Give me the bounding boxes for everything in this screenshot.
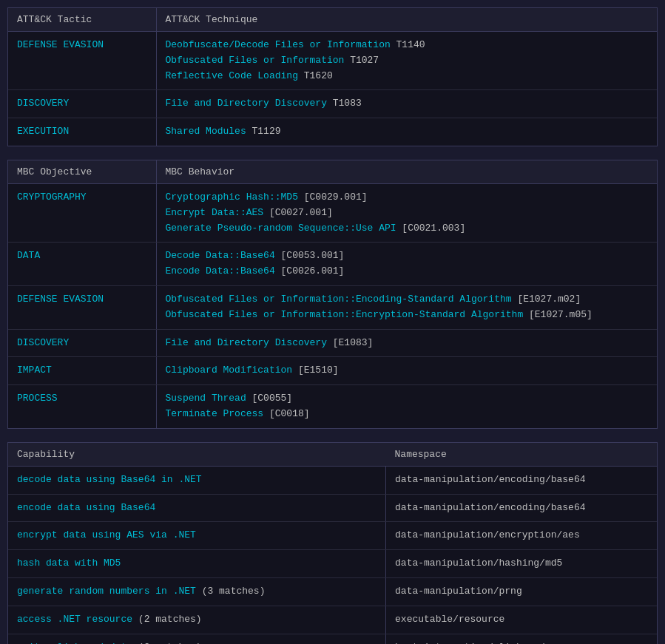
mbc-table: MBC Objective MBC Behavior CRYPTOGRAPHYC… — [8, 160, 657, 428]
namespace-cell: data-manipulation/prng — [386, 577, 657, 606]
table-row: decode data using Base64 in .NETdata-man… — [8, 466, 657, 494]
capability-cell: hash data with MD5 — [8, 550, 386, 578]
mbc-section: MBC Objective MBC Behavior CRYPTOGRAPHYC… — [7, 160, 658, 429]
attck-tactic-cell: DEFENSE EVASION — [8, 32, 156, 90]
mbc-behavior-cell: Clipboard Modification [E1510] — [156, 357, 657, 385]
namespace-cell: data-manipulation/encoding/base64 — [386, 466, 657, 494]
capabilities-table: Capability Namespace decode data using B… — [8, 443, 657, 644]
attck-tactic-cell: DISCOVERY — [8, 90, 156, 118]
table-row: generate random numbers in .NET (3 match… — [8, 577, 657, 606]
mbc-objective-cell: CRYPTOGRAPHY — [8, 183, 156, 242]
attck-technique-cell: File and Directory Discovery T1083 — [156, 90, 657, 118]
mbc-objective-cell: PROCESS — [8, 385, 156, 428]
table-row: DATADecode Data::Base64 [C0053.001]Encod… — [8, 243, 657, 286]
mbc-behavior-cell: File and Directory Discovery [E1083] — [156, 329, 657, 357]
attck-technique-cell: Deobfuscate/Decode Files or Information … — [156, 32, 657, 90]
namespace-cell: data-manipulation/encryption/aes — [386, 522, 657, 550]
mbc-objective-cell: DATA — [8, 243, 156, 286]
namespace-cell: executable/resource — [386, 606, 657, 634]
mbc-behavior-cell: Obfuscated Files or Information::Encodin… — [156, 285, 657, 329]
mbc-behavior-cell: Decode Data::Base64 [C0053.001]Encode Da… — [156, 243, 657, 286]
table-row: hash data with MD5data-manipulation/hash… — [8, 550, 657, 578]
mbc-behavior-cell: Suspend Thread [C0055]Terminate Process … — [156, 385, 657, 428]
capability-cell: encrypt data using AES via .NET — [8, 522, 386, 550]
table-row: DISCOVERYFile and Directory Discovery [E… — [8, 329, 657, 357]
table-row: DISCOVERYFile and Directory Discovery T1… — [8, 90, 657, 118]
attck-technique-header: ATT&CK Technique — [156, 8, 657, 32]
namespace-cell: data-manipulation/hashing/md5 — [386, 550, 657, 578]
mbc-behavior-header: MBC Behavior — [156, 160, 657, 184]
capability-cell: generate random numbers in .NET (3 match… — [8, 577, 386, 606]
attck-table: ATT&CK Tactic ATT&CK Technique DEFENSE E… — [8, 8, 657, 146]
namespace-header: Namespace — [386, 443, 657, 467]
mbc-objective-header: MBC Objective — [8, 160, 156, 184]
namespace-cell: data-manipulation/encoding/base64 — [386, 494, 657, 522]
capability-header: Capability — [8, 443, 386, 467]
capability-cell: encode data using Base64 — [8, 494, 386, 522]
table-row: CRYPTOGRAPHYCryptographic Hash::MD5 [C00… — [8, 183, 657, 242]
mbc-objective-cell: IMPACT — [8, 357, 156, 385]
namespace-cell: host-interaction/clipboard — [386, 634, 657, 644]
capability-cell: access .NET resource (2 matches) — [8, 606, 386, 634]
attck-technique-cell: Shared Modules T1129 — [156, 118, 657, 146]
table-row: write clipboard data (2 matches)host-int… — [8, 634, 657, 644]
table-row: access .NET resource (2 matches)executab… — [8, 606, 657, 634]
mbc-objective-cell: DEFENSE EVASION — [8, 285, 156, 329]
table-row: IMPACTClipboard Modification [E1510] — [8, 357, 657, 385]
table-row: DEFENSE EVASIONDeobfuscate/Decode Files … — [8, 32, 657, 90]
attck-tactic-header: ATT&CK Tactic — [8, 8, 156, 32]
attck-tactic-cell: EXECUTION — [8, 118, 156, 146]
table-row: encode data using Base64data-manipulatio… — [8, 494, 657, 522]
table-row: DEFENSE EVASIONObfuscated Files or Infor… — [8, 285, 657, 329]
table-row: encrypt data using AES via .NETdata-mani… — [8, 522, 657, 550]
mbc-behavior-cell: Cryptographic Hash::MD5 [C0029.001]Encry… — [156, 183, 657, 242]
capability-cell: decode data using Base64 in .NET — [8, 466, 386, 494]
mbc-objective-cell: DISCOVERY — [8, 329, 156, 357]
capabilities-section: Capability Namespace decode data using B… — [7, 442, 658, 644]
table-row: EXECUTIONShared Modules T1129 — [8, 118, 657, 146]
capability-cell: write clipboard data (2 matches) — [8, 634, 386, 644]
table-row: PROCESSSuspend Thread [C0055]Terminate P… — [8, 385, 657, 428]
attck-section: ATT&CK Tactic ATT&CK Technique DEFENSE E… — [7, 7, 658, 146]
